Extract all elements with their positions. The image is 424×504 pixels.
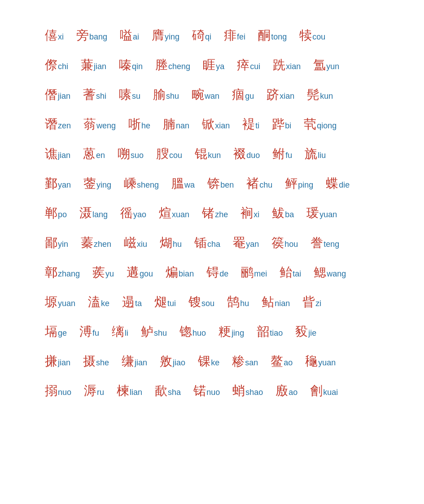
- entry-5-0: 鄞yan: [45, 175, 71, 192]
- hanzi-char: 锸: [194, 234, 207, 251]
- pinyin-text: wan: [205, 92, 219, 101]
- hanzi-char: 蓁: [81, 234, 93, 251]
- entry-8-3: 煸bian: [166, 264, 194, 281]
- entry-4-4: 锟kun: [195, 145, 221, 162]
- hanzi-char: 遢: [122, 294, 135, 311]
- hanzi-char: 跣: [273, 57, 285, 74]
- pinyin-text: yao: [133, 210, 146, 219]
- hanzi-char: 褚: [246, 175, 259, 192]
- entry-2-1: 蓍shi: [83, 86, 106, 103]
- hanzi-char: 谮: [45, 116, 57, 133]
- hanzi-char: 郸: [45, 205, 57, 222]
- entry-6-6: 鲅ba: [272, 205, 294, 222]
- hanzi-char: 锛: [207, 175, 220, 192]
- pinyin-text: jian: [94, 62, 106, 71]
- entry-6-0: 郸po: [45, 205, 67, 222]
- entry-0-4: 碕qi: [192, 27, 211, 44]
- row-3: 谮zen蓊weng哳he腩nan锨xian褆ti跸bi茕qiong: [45, 116, 379, 133]
- pinyin-text: shu: [166, 92, 179, 101]
- pinyin-text: jing: [232, 329, 244, 338]
- pinyin-text: tong: [271, 32, 287, 42]
- pinyin-text: xi: [58, 32, 64, 42]
- pinyin-text: die: [339, 180, 350, 190]
- row-2: 僭jian蓍shi嗉su腧shu畹wan痼gu跻xian髡kun: [45, 86, 379, 103]
- row-12: 搦nuo溽ru楝lian歃sha锘nuo蛸shao廒ao劊kuai: [45, 382, 379, 399]
- pinyin-text: li: [125, 329, 128, 338]
- hanzi-char: 腧: [153, 86, 166, 103]
- pinyin-text: fu: [92, 329, 99, 338]
- hanzi-char: 锼: [188, 294, 201, 311]
- pinyin-text: bian: [179, 269, 194, 279]
- pinyin-text: lian: [130, 388, 142, 397]
- pinyin-text: yan: [246, 240, 259, 249]
- pinyin-text: tiao: [270, 329, 283, 338]
- pinyin-text: po: [58, 210, 67, 219]
- row-6: 郸po滠lang徭yao煊xuan锗zhe裥xi鲅ba瑗yuan: [45, 205, 379, 222]
- entry-8-4: 锝de: [206, 264, 228, 281]
- hanzi-char: 蒹: [81, 57, 93, 74]
- hanzi-char: 鲐: [280, 264, 292, 281]
- hanzi-char: 溘: [88, 294, 101, 311]
- row-4: 谯jian蒽en嗍suo膄cou锟kun裰duo鲋fu旒liu: [45, 145, 379, 162]
- entry-8-1: 蒺yu: [92, 264, 114, 281]
- entry-7-4: 锸cha: [194, 234, 220, 251]
- entry-7-1: 蓁zhen: [81, 234, 111, 251]
- pinyin-text: kun: [208, 151, 221, 160]
- pinyin-text: ai: [133, 32, 139, 42]
- entry-1-1: 蒹jian: [81, 57, 106, 74]
- entry-7-7: 誊teng: [310, 234, 339, 251]
- hanzi-char: 鄣: [45, 264, 57, 281]
- entry-7-2: 嵫xiu: [124, 234, 147, 251]
- hanzi-char: 鄞: [45, 175, 57, 192]
- pinyin-text: ke: [211, 358, 219, 368]
- hanzi-char: 缣: [122, 353, 134, 370]
- entry-8-7: 鳃wang: [314, 264, 346, 281]
- pinyin-text: cheng: [168, 62, 190, 71]
- entry-8-5: 鹂mei: [241, 264, 267, 281]
- pinyin-text: weng: [96, 121, 116, 131]
- entry-9-3: 煺tui: [154, 294, 176, 311]
- pinyin-text: jian: [135, 358, 147, 368]
- hanzi-char: 旁: [76, 27, 89, 44]
- entry-2-3: 腧shu: [153, 86, 179, 103]
- pinyin-text: ben: [220, 180, 234, 190]
- hanzi-char: 粳: [219, 323, 231, 340]
- entry-2-0: 僭jian: [45, 86, 70, 103]
- pinyin-text: qi: [205, 32, 211, 42]
- entry-2-6: 跻xian: [267, 86, 294, 103]
- pinyin-text: jiao: [173, 358, 185, 368]
- hanzi-char: 煺: [154, 294, 167, 311]
- hanzi-char: 畹: [192, 86, 204, 103]
- pinyin-text: she: [96, 358, 109, 368]
- entry-9-0: 塬yuan: [45, 294, 75, 311]
- pinyin-text: zhe: [215, 210, 228, 219]
- entry-3-7: 茕qiong: [304, 116, 337, 133]
- pinyin-text: hu: [240, 299, 249, 308]
- entry-3-3: 腩nan: [163, 116, 189, 133]
- entry-0-5: 痱fei: [224, 27, 245, 44]
- hanzi-char: 哳: [128, 116, 141, 133]
- entry-12-5: 蛸shao: [232, 382, 263, 399]
- entry-2-5: 痼gu: [232, 86, 254, 103]
- pinyin-text: jian: [58, 151, 70, 160]
- entry-3-6: 跸bi: [272, 116, 291, 133]
- entry-12-7: 劊kuai: [310, 382, 338, 399]
- hanzi-char: 嗌: [120, 27, 132, 44]
- pinyin-text: lang: [92, 210, 108, 219]
- pinyin-text: ti: [255, 121, 259, 131]
- pinyin-text: jian: [58, 92, 70, 101]
- entry-0-3: 膺ying: [152, 27, 179, 44]
- entry-0-6: 酮tong: [258, 27, 287, 44]
- hanzi-char: 搦: [45, 382, 57, 399]
- pinyin-text: zhen: [94, 240, 111, 249]
- pinyin-text: yuan: [318, 358, 336, 368]
- pinyin-text: fei: [237, 32, 245, 42]
- pinyin-text: cha: [207, 240, 220, 249]
- entry-3-1: 蓊weng: [83, 116, 116, 133]
- pinyin-text: teng: [323, 240, 339, 249]
- hanzi-char: 碕: [192, 27, 205, 44]
- hanzi-char: 僭: [45, 86, 57, 103]
- entry-4-2: 嗍suo: [118, 145, 144, 162]
- entry-10-3: 鲈shu: [141, 323, 167, 340]
- pinyin-text: shi: [96, 92, 106, 101]
